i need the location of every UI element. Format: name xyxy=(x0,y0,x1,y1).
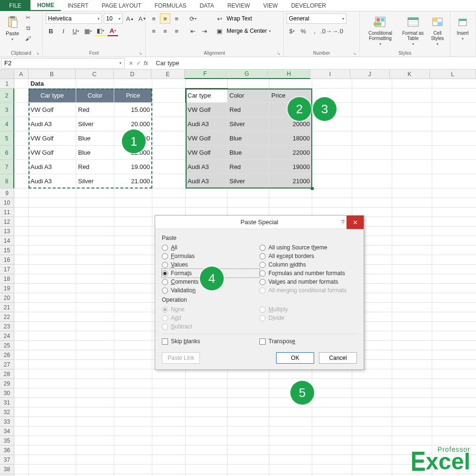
cell-K5[interactable] xyxy=(392,131,432,146)
cell-L14[interactable] xyxy=(432,236,476,246)
column-header-E[interactable]: E xyxy=(151,69,185,79)
tab-review[interactable]: REVIEW xyxy=(221,0,257,11)
cell-B15[interactable] xyxy=(29,246,76,255)
check-transpose[interactable]: Transpose xyxy=(259,337,357,346)
cell-L3[interactable] xyxy=(432,103,476,117)
row-header-15[interactable]: 15 xyxy=(0,246,14,255)
row-header-39[interactable]: 39 xyxy=(0,474,14,476)
cell-D18[interactable] xyxy=(114,274,152,284)
cell-L24[interactable] xyxy=(432,331,476,341)
cell-B4[interactable]: Audi A3 xyxy=(29,117,76,131)
cell-J8[interactable] xyxy=(352,174,392,188)
cell-D12[interactable] xyxy=(114,217,152,227)
cell-B32[interactable] xyxy=(29,407,76,417)
cell-B16[interactable] xyxy=(29,255,76,265)
cell-A17[interactable] xyxy=(14,265,29,274)
cell-I39[interactable] xyxy=(312,474,352,476)
tab-formulas[interactable]: FORMULAS xyxy=(148,0,193,11)
cell-K26[interactable] xyxy=(392,350,432,360)
cell-K7[interactable] xyxy=(392,160,432,174)
cell-F39[interactable] xyxy=(186,474,228,476)
cell-E10[interactable] xyxy=(152,198,186,208)
cell-F10[interactable] xyxy=(186,198,228,208)
cell-C29[interactable] xyxy=(76,379,114,388)
cell-G30[interactable] xyxy=(228,388,269,398)
column-header-A[interactable]: A xyxy=(14,69,29,79)
row-header-2[interactable]: 2 xyxy=(0,89,14,103)
cell-G39[interactable] xyxy=(228,474,269,476)
cell-J7[interactable] xyxy=(352,160,392,174)
row-header-7[interactable]: 7 xyxy=(0,160,14,174)
cell-F2[interactable]: Car type xyxy=(186,89,228,103)
cell-D17[interactable] xyxy=(114,265,152,274)
cell-D8[interactable]: 21.000 xyxy=(114,174,152,188)
cell-I29[interactable] xyxy=(312,379,352,388)
cell-H9[interactable] xyxy=(269,188,312,198)
cell-A28[interactable] xyxy=(14,369,29,379)
cell-I9[interactable] xyxy=(312,188,352,198)
row-header-13[interactable]: 13 xyxy=(0,227,14,236)
cell-L6[interactable] xyxy=(432,146,476,160)
cell-J28[interactable] xyxy=(352,369,392,379)
cell-I8[interactable] xyxy=(312,174,352,188)
cell-K11[interactable] xyxy=(392,208,432,217)
cell-C25[interactable] xyxy=(76,341,114,350)
row-header-4[interactable]: 4 xyxy=(0,117,14,131)
align-right-icon[interactable]: ≡ xyxy=(171,26,182,36)
cell-I10[interactable] xyxy=(312,198,352,208)
cell-L18[interactable] xyxy=(432,274,476,284)
cell-A29[interactable] xyxy=(14,379,29,388)
tab-developer[interactable]: DEVELOPER xyxy=(285,0,333,11)
cell-I30[interactable] xyxy=(312,388,352,398)
cell-B20[interactable] xyxy=(29,293,76,303)
cell-C6[interactable]: Blue xyxy=(76,146,114,160)
cell-I6[interactable] xyxy=(312,146,352,160)
cell-K8[interactable] xyxy=(392,174,432,188)
cell-C18[interactable] xyxy=(76,274,114,284)
cell-A37[interactable] xyxy=(14,455,29,465)
cell-A1[interactable] xyxy=(14,79,29,89)
row-header-33[interactable]: 33 xyxy=(0,417,14,426)
cell-C23[interactable] xyxy=(76,322,114,331)
cell-K13[interactable] xyxy=(392,227,432,236)
cell-L21[interactable] xyxy=(432,303,476,312)
cell-B9[interactable] xyxy=(29,188,76,198)
cell-K23[interactable] xyxy=(392,322,432,331)
cell-E31[interactable] xyxy=(152,398,186,407)
row-header-30[interactable]: 30 xyxy=(0,388,14,398)
column-header-J[interactable]: J xyxy=(350,69,390,79)
tab-file[interactable]: FILE xyxy=(0,0,30,11)
insert-cells-button[interactable]: Insert▾ xyxy=(453,13,472,42)
cell-L1[interactable] xyxy=(432,79,476,89)
cell-A30[interactable] xyxy=(14,388,29,398)
cell-K35[interactable] xyxy=(392,436,432,446)
cell-F28[interactable] xyxy=(186,369,228,379)
cell-C36[interactable] xyxy=(76,446,114,455)
cell-H32[interactable] xyxy=(269,407,312,417)
cell-A34[interactable] xyxy=(14,426,29,436)
row-header-32[interactable]: 32 xyxy=(0,407,14,417)
row-header-25[interactable]: 25 xyxy=(0,341,14,350)
cell-L10[interactable] xyxy=(432,198,476,208)
cell-J30[interactable] xyxy=(352,388,392,398)
cell-B34[interactable] xyxy=(29,426,76,436)
cell-J34[interactable] xyxy=(352,426,392,436)
cell-C33[interactable] xyxy=(76,417,114,426)
tab-home[interactable]: HOME xyxy=(30,0,61,11)
cell-L12[interactable] xyxy=(432,217,476,227)
cell-A2[interactable] xyxy=(14,89,29,103)
cell-C37[interactable] xyxy=(76,455,114,465)
cell-C19[interactable] xyxy=(76,284,114,293)
radio-values-numfmt[interactable]: Values and number formats xyxy=(259,278,357,286)
cell-J36[interactable] xyxy=(352,446,392,455)
cell-H37[interactable] xyxy=(269,455,312,465)
cell-G36[interactable] xyxy=(228,446,269,455)
cell-A27[interactable] xyxy=(14,360,29,369)
cell-K17[interactable] xyxy=(392,265,432,274)
cell-A12[interactable] xyxy=(14,217,29,227)
cell-G31[interactable] xyxy=(228,398,269,407)
cell-L27[interactable] xyxy=(432,360,476,369)
cell-L33[interactable] xyxy=(432,417,476,426)
cell-A3[interactable] xyxy=(14,103,29,117)
cell-L35[interactable] xyxy=(432,436,476,446)
